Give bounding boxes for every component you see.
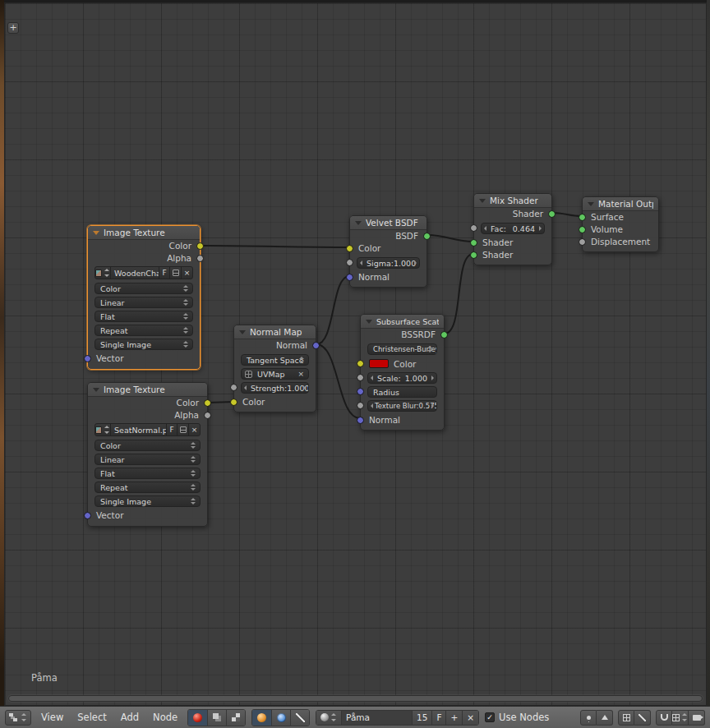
space-dropdown[interactable]: Tangent Space — [241, 354, 309, 366]
pack-image-button[interactable] — [177, 423, 189, 436]
snap-mode-dropdown[interactable] — [672, 710, 689, 726]
new-material-button[interactable]: + — [445, 711, 462, 725]
collapse-triangle-icon[interactable] — [355, 221, 362, 225]
collapse-triangle-icon[interactable] — [588, 202, 594, 206]
color-swatch[interactable] — [369, 359, 389, 368]
socket-displacement-input[interactable] — [579, 238, 586, 246]
menu-node[interactable]: Node — [149, 712, 182, 723]
scale-slider[interactable]: Scale:1.000 — [367, 372, 437, 384]
link-mix-output[interactable] — [552, 213, 582, 216]
socket-shader-output[interactable] — [548, 210, 556, 218]
socket-sigma-input[interactable] — [346, 259, 353, 266]
parent-tree-button[interactable] — [597, 710, 613, 726]
socket-bssrdf-output[interactable] — [440, 331, 448, 339]
pack-image-button[interactable] — [169, 266, 182, 279]
node-header[interactable]: Material Output — [583, 197, 658, 211]
socket-strength-input[interactable] — [230, 384, 237, 391]
socket-scale-input[interactable] — [357, 374, 364, 381]
socket-shader1-input[interactable] — [470, 239, 477, 247]
material-name-field[interactable]: Påma — [341, 711, 412, 725]
image-browse-button[interactable] — [95, 266, 111, 279]
socket-color-output[interactable] — [196, 242, 204, 250]
interpolation-dropdown[interactable]: Linear — [95, 454, 201, 465]
unlink-material-button[interactable]: × — [462, 711, 478, 725]
collapse-triangle-icon[interactable] — [93, 388, 99, 392]
node-material-output[interactable]: Material Output Surface Volume Displacem… — [582, 196, 659, 252]
socket-color-output[interactable] — [204, 399, 211, 407]
clear-uv-button[interactable]: × — [293, 370, 308, 378]
collapse-triangle-icon[interactable] — [93, 231, 99, 235]
auto-render-button[interactable] — [634, 710, 651, 726]
menu-view[interactable]: View — [37, 712, 67, 723]
socket-normal-input[interactable] — [346, 274, 353, 281]
unlink-image-button[interactable]: × — [188, 423, 201, 436]
socket-normal-output[interactable] — [312, 342, 320, 349]
node-header[interactable]: Normal Map — [234, 325, 316, 339]
node-editor-canvas[interactable]: + Påma Image Texture Color Alpha WoodenC… — [4, 2, 707, 706]
socket-volume-input[interactable] — [579, 226, 586, 233]
falloff-dropdown[interactable]: Christensen-Burley — [367, 343, 437, 355]
projection-dropdown[interactable]: Flat — [95, 311, 193, 322]
fake-user-button[interactable]: F — [166, 423, 178, 436]
shader-nodes-button[interactable] — [188, 710, 207, 726]
link-normalmap-sss[interactable] — [316, 344, 360, 418]
scrollbar-thumb[interactable] — [8, 695, 703, 702]
fake-user-button[interactable]: F — [431, 711, 445, 725]
extension-dropdown[interactable]: Repeat — [95, 481, 201, 493]
source-dropdown[interactable]: Single Image — [95, 495, 201, 507]
horizontal-scrollbar[interactable] — [7, 694, 703, 703]
colorspace-dropdown[interactable]: Color — [95, 440, 201, 451]
socket-vector-input[interactable] — [84, 355, 91, 362]
node-header[interactable]: Velvet BSDF — [350, 216, 426, 230]
node-velvet-bsdf[interactable]: Velvet BSDF BSDF Color Sigma:1.000 Norma… — [349, 215, 427, 288]
node-image-texture-seat[interactable]: Image Texture Color Alpha SeatNormal.png… — [87, 382, 208, 527]
render-view-button[interactable] — [689, 710, 705, 726]
link-sss-mix[interactable] — [445, 254, 473, 334]
socket-color-input[interactable] — [230, 399, 237, 406]
menu-select[interactable]: Select — [73, 712, 110, 723]
pin-button[interactable] — [580, 710, 597, 726]
add-region-button[interactable]: + — [7, 22, 19, 34]
editor-type-button[interactable] — [5, 710, 31, 726]
collapse-triangle-icon[interactable] — [366, 320, 372, 324]
strength-slider[interactable]: Strength:1.000 — [241, 382, 309, 394]
users-count-button[interactable]: 15 — [412, 711, 431, 725]
texture-blur-slider[interactable]: Texture Blur:0.575 — [367, 400, 437, 412]
uv-map-field[interactable]: UVMap× — [241, 368, 309, 380]
image-browse-button[interactable] — [95, 423, 111, 436]
image-name-field[interactable]: WoodenChai.. — [110, 266, 159, 279]
unlink-image-button[interactable]: × — [181, 266, 193, 279]
object-shader-button[interactable] — [252, 710, 271, 726]
source-dropdown[interactable]: Single Image — [95, 339, 193, 350]
socket-bsdf-output[interactable] — [423, 233, 431, 240]
node-header[interactable]: Image Texture — [88, 383, 207, 397]
link-wood-color-velvet[interactable] — [201, 246, 349, 247]
node-header[interactable]: Subsurface Scattering — [361, 315, 444, 329]
node-mix-shader[interactable]: Mix Shader Shader Fac:0.464 Shader Shade… — [473, 193, 552, 265]
node-subsurface-scattering[interactable]: Subsurface Scattering BSSRDF Christensen… — [360, 314, 445, 431]
extension-dropdown[interactable]: Repeat — [95, 325, 193, 336]
use-nodes-toggle[interactable]: ✓ Use Nodes — [485, 712, 549, 723]
node-header[interactable]: Mix Shader — [474, 194, 551, 208]
snap-toggle-button[interactable] — [656, 710, 672, 726]
sigma-slider[interactable]: Sigma:1.000 — [357, 257, 420, 269]
link-velvet-mix[interactable] — [427, 235, 473, 242]
fake-user-button[interactable]: F — [159, 266, 170, 279]
socket-texture-blur-input[interactable] — [357, 402, 364, 409]
linestyle-shader-button[interactable] — [290, 710, 309, 726]
link-normalmap-velvet[interactable] — [316, 276, 349, 344]
projection-dropdown[interactable]: Flat — [95, 468, 201, 479]
texture-nodes-button[interactable] — [226, 710, 245, 726]
fac-slider[interactable]: Fac:0.464 — [481, 223, 545, 234]
socket-color-input[interactable] — [357, 360, 364, 367]
socket-alpha-output[interactable] — [204, 412, 211, 419]
node-image-texture-wood[interactable]: Image Texture Color Alpha WoodenChai.. F… — [87, 225, 201, 370]
socket-vector-input[interactable] — [84, 512, 91, 519]
socket-fac-input[interactable] — [470, 224, 477, 232]
node-header[interactable]: Image Texture — [88, 226, 200, 240]
backdrop-button[interactable] — [618, 710, 634, 726]
menu-add[interactable]: Add — [117, 712, 143, 723]
socket-shader2-input[interactable] — [470, 251, 477, 259]
image-name-field[interactable]: SeatNormal.png — [110, 423, 167, 436]
colorspace-dropdown[interactable]: Color — [95, 283, 193, 294]
